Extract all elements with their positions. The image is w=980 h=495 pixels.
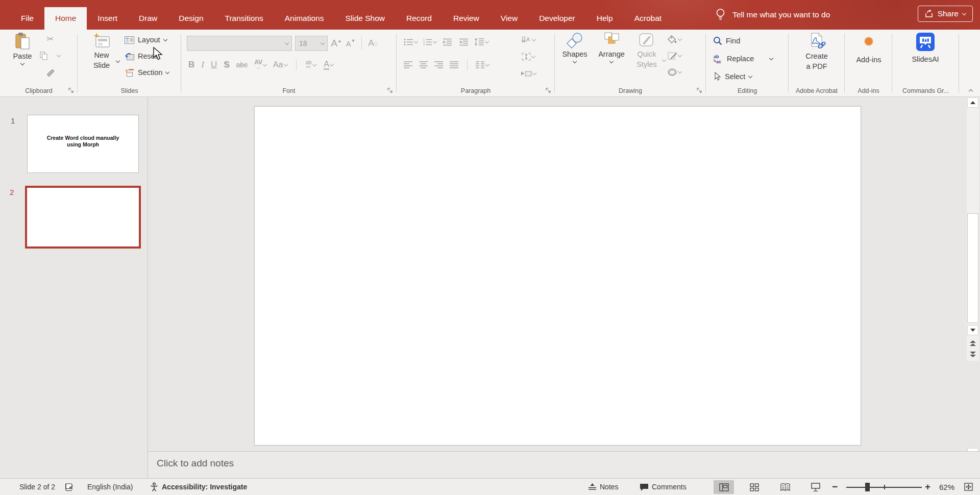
font-dialog-launcher[interactable]	[387, 88, 393, 93]
zoom-level[interactable]: 62%	[939, 479, 954, 495]
tab-file[interactable]: File	[10, 7, 44, 30]
svg-text:A: A	[526, 36, 530, 42]
divider	[467, 59, 468, 70]
font-color-button[interactable]: A	[323, 59, 334, 71]
italic-button[interactable]: I	[201, 60, 204, 70]
arrange-button[interactable]: Arrange	[594, 32, 629, 63]
slideshow-view-button[interactable]	[805, 480, 826, 494]
font-group: 18 A▲ A▼ A□ B I U S abc AV↔ Aa	[181, 30, 397, 97]
line-spacing-button[interactable]	[474, 36, 488, 48]
layout-button[interactable]: Layout	[125, 33, 169, 47]
shape-effects-button[interactable]	[667, 66, 681, 78]
decrease-indent-button[interactable]	[442, 36, 453, 48]
tab-view[interactable]: View	[490, 7, 528, 30]
previous-slide-button[interactable]	[968, 338, 977, 348]
language-button[interactable]: English (India)	[87, 479, 133, 495]
drawing-dialog-launcher[interactable]	[697, 88, 702, 93]
increase-indent-button[interactable]	[458, 36, 469, 48]
tab-review[interactable]: Review	[443, 7, 490, 30]
cut-button[interactable]: ✂	[40, 33, 60, 45]
slide-sorter-view-button[interactable]	[744, 480, 765, 494]
align-center-button[interactable]	[419, 61, 428, 68]
add-ins-button[interactable]: Add-ins	[853, 37, 884, 65]
replace-button[interactable]: abac Replace	[713, 52, 773, 66]
numbering-chevron-icon	[433, 39, 437, 43]
scroll-up-button[interactable]	[967, 97, 978, 108]
tab-design[interactable]: Design	[168, 7, 214, 30]
select-button[interactable]: Select	[713, 69, 773, 84]
vertical-scrollbar[interactable]	[967, 97, 979, 361]
numbering-button[interactable]: 123	[423, 36, 436, 48]
slide-2-thumbnail[interactable]	[25, 186, 141, 249]
shapes-button[interactable]: Shapes	[558, 32, 592, 63]
highlight-button[interactable]: ab✏	[305, 59, 316, 71]
scrollbar-thumb[interactable]	[967, 213, 978, 323]
zoom-out-button[interactable]: −	[832, 479, 838, 495]
copy-button[interactable]	[40, 50, 60, 62]
align-left-button[interactable]	[404, 61, 413, 68]
tab-slide-show[interactable]: Slide Show	[334, 7, 396, 30]
slide-indicator[interactable]: Slide 2 of 2	[19, 479, 55, 495]
bold-button[interactable]: B	[188, 60, 194, 70]
quick-styles-button[interactable]: Quick Styles	[630, 32, 663, 69]
accessibility-status[interactable]: Accessibility: Investigate	[162, 479, 247, 495]
tab-insert[interactable]: Insert	[87, 7, 128, 30]
clipboard-dialog-launcher[interactable]	[68, 88, 74, 93]
paste-button[interactable]: Paste	[7, 32, 38, 65]
tell-me-box[interactable]: Tell me what you want to do	[716, 0, 830, 30]
notes-toggle-button[interactable]: Notes	[588, 479, 619, 495]
text-direction-button[interactable]: A	[521, 34, 536, 46]
slide-canvas[interactable]	[254, 106, 861, 445]
notes-pane[interactable]: Click to add notes	[148, 451, 980, 478]
bullets-button[interactable]	[404, 36, 418, 48]
strikethrough-button[interactable]: abc	[236, 61, 248, 69]
align-justify-button[interactable]	[450, 61, 459, 68]
tab-draw[interactable]: Draw	[128, 7, 168, 30]
tab-developer[interactable]: Developer	[528, 7, 586, 30]
grow-font-button[interactable]: A▲	[331, 37, 342, 50]
character-spacing-chevron-icon	[263, 62, 267, 66]
comments-toggle-button[interactable]: Comments	[640, 479, 687, 495]
convert-smartart-button[interactable]	[521, 67, 536, 80]
underline-button[interactable]: U	[211, 60, 217, 70]
format-painter-button[interactable]	[40, 66, 60, 79]
zoom-slider-thumb[interactable]	[865, 483, 870, 491]
columns-button[interactable]	[476, 59, 489, 71]
font-color-chevron-icon	[330, 62, 334, 66]
tab-acrobat[interactable]: Acrobat	[624, 7, 672, 30]
collapse-ribbon-button[interactable]	[965, 86, 977, 95]
reading-view-button[interactable]	[775, 480, 795, 494]
shrink-font-button[interactable]: A▼	[345, 37, 356, 50]
character-spacing-button[interactable]: AV↔	[254, 59, 266, 71]
find-button[interactable]: Find	[713, 34, 773, 48]
tab-help[interactable]: Help	[586, 7, 624, 30]
share-button[interactable]: Share	[918, 6, 973, 22]
tab-record[interactable]: Record	[396, 7, 443, 30]
section-button[interactable]: Section	[125, 65, 169, 80]
align-right-button[interactable]	[434, 61, 444, 68]
create-pdf-button[interactable]: Create a PDF	[802, 32, 831, 71]
tab-transitions[interactable]: Transitions	[214, 7, 274, 30]
next-slide-button[interactable]	[968, 349, 977, 359]
tab-home[interactable]: Home	[44, 7, 87, 30]
shape-fill-button[interactable]	[667, 33, 681, 45]
text-shadow-button[interactable]: S	[224, 60, 229, 70]
scroll-down-button[interactable]	[967, 325, 978, 335]
font-name-combo[interactable]	[187, 36, 292, 51]
change-case-button[interactable]: Aa	[273, 59, 287, 71]
quick-styles-chevron-icon	[662, 58, 666, 62]
clear-formatting-button[interactable]: A□	[367, 37, 378, 50]
align-text-button[interactable]	[521, 51, 536, 63]
normal-view-button[interactable]	[714, 480, 734, 494]
tab-animations[interactable]: Animations	[274, 7, 335, 30]
slidesai-button[interactable]: SlidesAI	[909, 32, 942, 65]
share-chevron-icon	[962, 11, 966, 15]
paragraph-dialog-launcher[interactable]	[546, 88, 551, 93]
zoom-in-button[interactable]: +	[925, 479, 930, 495]
fit-slide-to-window-button[interactable]	[964, 479, 973, 495]
new-slide-button[interactable]: New Slide	[87, 32, 116, 70]
spell-check-button[interactable]	[65, 479, 74, 495]
slide-1-thumbnail[interactable]: Create Word cloud manually using Morph	[27, 115, 139, 173]
font-size-combo[interactable]: 18	[295, 36, 328, 51]
shape-outline-button[interactable]	[667, 50, 681, 62]
